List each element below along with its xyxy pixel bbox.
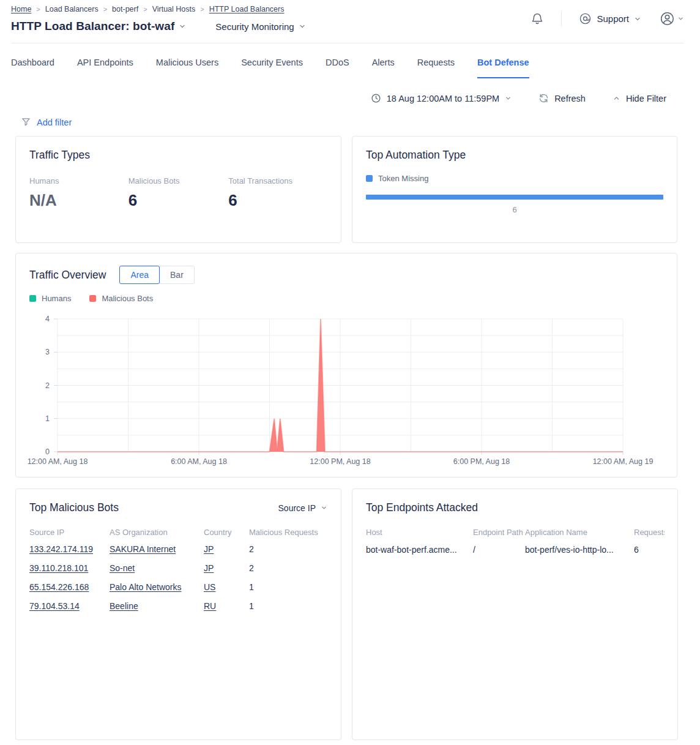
- time-range-selector[interactable]: 18 Aug 12:00AM to 11:59PM: [371, 93, 512, 103]
- traffic-types-stats: Humans N/A Malicious Bots 6 Total Transa…: [29, 176, 327, 210]
- notifications-bell-icon[interactable]: [531, 12, 544, 26]
- malicious-bots-swatch: [89, 295, 96, 302]
- hide-filter-label: Hide Filter: [626, 94, 666, 103]
- legend-malicious-bots[interactable]: Malicious Bots: [89, 294, 153, 303]
- add-filter-row: Add filter: [0, 103, 700, 127]
- support-at-icon: [579, 12, 592, 25]
- top-malicious-bots-card: Top Malicious Bots Source IP Source IP A…: [15, 489, 341, 740]
- tab-malicious-users[interactable]: Malicious Users: [156, 58, 218, 78]
- tab-bot-defense[interactable]: Bot Defense: [477, 58, 529, 78]
- svg-text:4: 4: [45, 315, 50, 323]
- traffic-overview-chart: 0123412:00 AM, Aug 186:00 AM, Aug 1812:0…: [29, 312, 663, 467]
- refresh-icon: [538, 93, 549, 103]
- stat-value: 6: [228, 191, 327, 210]
- top-automation-title: Top Automation Type: [366, 149, 663, 162]
- svg-text:12:00 PM, Aug 18: 12:00 PM, Aug 18: [310, 457, 370, 466]
- main-content: Traffic Types Humans N/A Malicious Bots …: [0, 127, 700, 740]
- svg-text:0: 0: [45, 447, 50, 456]
- svg-text:3: 3: [45, 348, 50, 356]
- time-range-chevron-down-icon: [505, 95, 512, 102]
- application-name-value: bot-perf/ves-io-http-lo...: [525, 545, 634, 555]
- hide-filter-button[interactable]: Hide Filter: [612, 94, 666, 103]
- svg-text:12:00 AM, Aug 19: 12:00 AM, Aug 19: [593, 457, 653, 466]
- group-by-value: Source IP: [278, 503, 316, 513]
- tab-requests[interactable]: Requests: [417, 58, 455, 78]
- stat-malicious-bots: Malicious Bots 6: [128, 176, 229, 210]
- traffic-types-card: Traffic Types Humans N/A Malicious Bots …: [15, 136, 341, 243]
- title-dropdown-chevron-icon[interactable]: [179, 23, 186, 30]
- context-selector-label: Security Monitoring: [215, 21, 294, 32]
- support-label: Support: [597, 13, 629, 24]
- stat-value: N/A: [29, 191, 128, 210]
- breadcrumb-load-balancers[interactable]: Load Balancers: [45, 5, 99, 13]
- tab-security-events[interactable]: Security Events: [241, 58, 303, 78]
- source-ip-link[interactable]: 39.110.218.101: [29, 563, 88, 573]
- stat-value: 6: [128, 191, 229, 210]
- add-filter-button[interactable]: Add filter: [37, 118, 72, 127]
- tab-dashboard[interactable]: Dashboard: [11, 58, 54, 78]
- breadcrumb-separator: >: [200, 6, 204, 13]
- requests-value: 1: [249, 601, 329, 611]
- humans-label: Humans: [42, 294, 71, 303]
- traffic-overview-card: Traffic Overview Area Bar Humans Malicio…: [15, 253, 677, 477]
- breadcrumb-virtual-hosts[interactable]: Virtual Hosts: [152, 5, 196, 13]
- col-as-organization: AS Organization: [110, 525, 204, 539]
- country-link[interactable]: RU: [204, 601, 216, 611]
- account-chevron-down-icon: [677, 15, 684, 22]
- col-application-name: Application Name: [525, 525, 634, 539]
- table-row: 79.104.53.14 Beeline RU 1: [29, 596, 327, 615]
- table-row: 133.242.174.119 SAKURA Internet JP 2: [29, 539, 327, 558]
- user-avatar-icon: [660, 11, 675, 26]
- bar-toggle-button[interactable]: Bar: [159, 266, 195, 284]
- breadcrumb-namespace[interactable]: bot-perf: [112, 5, 138, 13]
- as-org-link[interactable]: SAKURA Internet: [110, 544, 176, 554]
- stat-total-transactions: Total Transactions 6: [228, 176, 327, 210]
- as-org-link[interactable]: Palo Alto Networks: [110, 582, 182, 592]
- country-link[interactable]: JP: [204, 544, 214, 554]
- col-source-ip: Source IP: [29, 525, 110, 539]
- tab-api-endpoints[interactable]: API Endpoints: [77, 58, 133, 78]
- traffic-overview-title: Traffic Overview: [29, 269, 106, 282]
- breadcrumb-home[interactable]: Home: [11, 5, 31, 13]
- country-link[interactable]: JP: [204, 563, 214, 573]
- host-value: bot-waf-bot-perf.acme...: [366, 545, 473, 555]
- refresh-button[interactable]: Refresh: [538, 93, 586, 103]
- as-org-link[interactable]: Beeline: [110, 601, 138, 611]
- header-rule: [11, 43, 684, 43]
- automation-bar-track: 6: [366, 195, 663, 214]
- tab-ddos[interactable]: DDoS: [326, 58, 349, 78]
- account-menu[interactable]: [660, 11, 684, 26]
- source-ip-link[interactable]: 133.242.174.119: [29, 544, 93, 554]
- header-divider: [561, 12, 562, 26]
- svg-text:1: 1: [45, 414, 50, 423]
- col-host: Host: [366, 525, 473, 539]
- breadcrumb-separator: >: [36, 6, 40, 13]
- legend-humans[interactable]: Humans: [29, 294, 71, 303]
- breadcrumb-separator: >: [143, 6, 147, 13]
- svg-text:2: 2: [45, 381, 50, 390]
- group-by-chevron-down-icon: [321, 504, 327, 511]
- tab-alerts[interactable]: Alerts: [372, 58, 395, 78]
- country-link[interactable]: US: [204, 582, 215, 592]
- funnel-filter-icon: [21, 117, 31, 127]
- context-selector[interactable]: Security Monitoring: [215, 21, 305, 32]
- source-ip-link[interactable]: 65.154.226.168: [29, 582, 89, 592]
- context-chevron-down-icon: [299, 23, 306, 30]
- breadcrumb-separator: >: [103, 6, 107, 13]
- endpoint-path-value: /: [473, 545, 525, 555]
- breadcrumb-http-load-balancers[interactable]: HTTP Load Balancers: [209, 5, 285, 13]
- source-ip-link[interactable]: 79.104.53.14: [29, 601, 80, 611]
- page-title: HTTP Load Balancer: bot-waf: [11, 20, 174, 33]
- table-row: bot-waf-bot-perf.acme... / bot-perf/ves-…: [366, 539, 664, 560]
- stat-humans: Humans N/A: [29, 176, 128, 210]
- as-org-link[interactable]: So-net: [110, 563, 135, 573]
- col-country: Country: [204, 525, 249, 539]
- stat-label: Total Transactions: [228, 176, 327, 185]
- area-toggle-button[interactable]: Area: [119, 266, 160, 284]
- token-missing-label: Token Missing: [378, 174, 428, 183]
- stat-label: Humans: [29, 176, 128, 185]
- support-menu[interactable]: Support: [579, 12, 641, 25]
- group-by-dropdown[interactable]: Source IP: [278, 503, 327, 513]
- humans-swatch: [29, 295, 36, 302]
- col-endpoint-path: Endpoint Path: [473, 525, 525, 539]
